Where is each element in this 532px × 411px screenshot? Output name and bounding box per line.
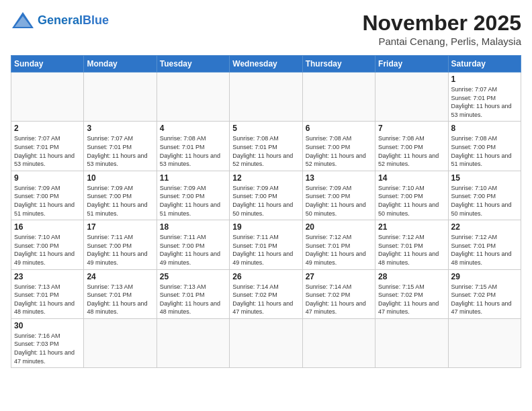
day-number: 16 [14, 222, 81, 232]
calendar-week-row: 16Sunrise: 7:10 AMSunset: 7:00 PMDayligh… [11, 220, 521, 269]
day-number: 8 [451, 124, 518, 133]
day-info: Sunrise: 7:12 AMSunset: 7:01 PMDaylight:… [378, 233, 445, 267]
table-row: 29Sunrise: 7:15 AMSunset: 7:02 PMDayligh… [448, 269, 521, 318]
table-row: 3Sunrise: 7:07 AMSunset: 7:01 PMDaylight… [84, 122, 157, 171]
day-info: Sunrise: 7:08 AMSunset: 7:01 PMDaylight:… [160, 134, 226, 168]
day-info: Sunrise: 7:16 AMSunset: 7:03 PMDaylight:… [14, 332, 81, 365]
table-row: 24Sunrise: 7:13 AMSunset: 7:01 PMDayligh… [84, 269, 157, 318]
calendar-week-row: 23Sunrise: 7:13 AMSunset: 7:01 PMDayligh… [11, 269, 521, 318]
table-row: 10Sunrise: 7:09 AMSunset: 7:00 PMDayligh… [84, 171, 157, 220]
table-row: 5Sunrise: 7:08 AMSunset: 7:01 PMDaylight… [230, 122, 302, 171]
day-number: 14 [378, 173, 445, 183]
day-number: 26 [232, 272, 299, 281]
table-row [230, 318, 302, 367]
day-number: 24 [87, 272, 153, 281]
day-info: Sunrise: 7:07 AMSunset: 7:01 PMDaylight:… [14, 134, 81, 168]
logo-text: GeneralBlue [38, 14, 109, 26]
table-row: 18Sunrise: 7:11 AMSunset: 7:00 PMDayligh… [157, 220, 229, 269]
table-row: 9Sunrise: 7:09 AMSunset: 7:00 PMDaylight… [11, 171, 84, 220]
day-number: 5 [232, 124, 299, 133]
table-row [84, 318, 157, 367]
day-info: Sunrise: 7:08 AMSunset: 7:01 PMDaylight:… [232, 134, 299, 168]
day-number: 7 [378, 124, 445, 133]
day-number: 17 [87, 222, 153, 232]
header-sunday: Sunday [11, 56, 84, 73]
calendar-week-row: 1Sunrise: 7:07 AMSunset: 7:01 PMDaylight… [11, 73, 521, 122]
day-number: 20 [306, 222, 372, 232]
day-number: 27 [306, 272, 372, 281]
day-info: Sunrise: 7:11 AMSunset: 7:00 PMDaylight:… [160, 233, 226, 267]
day-number: 2 [14, 124, 81, 133]
logo-general: General [38, 13, 83, 27]
calendar-week-row: 2Sunrise: 7:07 AMSunset: 7:01 PMDaylight… [11, 122, 521, 171]
table-row: 17Sunrise: 7:11 AMSunset: 7:00 PMDayligh… [84, 220, 157, 269]
day-number: 29 [451, 272, 518, 281]
table-row [302, 318, 375, 367]
table-row: 6Sunrise: 7:08 AMSunset: 7:00 PMDaylight… [302, 122, 375, 171]
location-title: Pantai Cenang, Perlis, Malaysia [362, 36, 521, 47]
day-info: Sunrise: 7:07 AMSunset: 7:01 PMDaylight:… [451, 85, 518, 119]
header-saturday: Saturday [448, 56, 521, 73]
table-row: 26Sunrise: 7:14 AMSunset: 7:02 PMDayligh… [230, 269, 302, 318]
header-thursday: Thursday [302, 56, 375, 73]
day-info: Sunrise: 7:12 AMSunset: 7:01 PMDaylight:… [451, 233, 518, 267]
table-row: 21Sunrise: 7:12 AMSunset: 7:01 PMDayligh… [375, 220, 448, 269]
day-info: Sunrise: 7:15 AMSunset: 7:02 PMDaylight:… [451, 283, 518, 316]
day-info: Sunrise: 7:08 AMSunset: 7:00 PMDaylight:… [451, 134, 518, 168]
day-number: 30 [14, 321, 81, 330]
day-info: Sunrise: 7:15 AMSunset: 7:02 PMDaylight:… [378, 283, 445, 316]
calendar-week-row: 9Sunrise: 7:09 AMSunset: 7:00 PMDaylight… [11, 171, 521, 220]
day-number: 1 [451, 75, 518, 84]
day-info: Sunrise: 7:11 AMSunset: 7:01 PMDaylight:… [232, 233, 299, 267]
table-row: 25Sunrise: 7:13 AMSunset: 7:01 PMDayligh… [157, 269, 229, 318]
day-info: Sunrise: 7:14 AMSunset: 7:02 PMDaylight:… [232, 283, 299, 316]
day-info: Sunrise: 7:13 AMSunset: 7:01 PMDaylight:… [160, 283, 226, 316]
table-row [84, 73, 157, 122]
day-number: 6 [306, 124, 372, 133]
day-number: 11 [160, 173, 226, 183]
header-friday: Friday [375, 56, 448, 73]
day-number: 12 [232, 173, 299, 183]
table-row: 16Sunrise: 7:10 AMSunset: 7:00 PMDayligh… [11, 220, 84, 269]
day-number: 3 [87, 124, 153, 133]
logo-blue: Blue [83, 13, 109, 27]
day-info: Sunrise: 7:09 AMSunset: 7:00 PMDaylight:… [14, 184, 81, 218]
day-number: 19 [232, 222, 299, 232]
table-row: 8Sunrise: 7:08 AMSunset: 7:00 PMDaylight… [448, 122, 521, 171]
table-row: 1Sunrise: 7:07 AMSunset: 7:01 PMDaylight… [448, 73, 521, 122]
day-info: Sunrise: 7:09 AMSunset: 7:00 PMDaylight:… [87, 184, 153, 218]
table-row: 28Sunrise: 7:15 AMSunset: 7:02 PMDayligh… [375, 269, 448, 318]
day-info: Sunrise: 7:09 AMSunset: 7:00 PMDaylight:… [306, 184, 372, 218]
day-info: Sunrise: 7:10 AMSunset: 7:00 PMDaylight:… [451, 184, 518, 218]
day-info: Sunrise: 7:09 AMSunset: 7:00 PMDaylight:… [232, 184, 299, 218]
calendar-week-row: 30Sunrise: 7:16 AMSunset: 7:03 PMDayligh… [11, 318, 521, 367]
table-row [157, 73, 229, 122]
table-row: 14Sunrise: 7:10 AMSunset: 7:00 PMDayligh… [375, 171, 448, 220]
day-info: Sunrise: 7:11 AMSunset: 7:00 PMDaylight:… [87, 233, 153, 267]
day-info: Sunrise: 7:14 AMSunset: 7:02 PMDaylight:… [306, 283, 372, 316]
header-wednesday: Wednesday [230, 56, 302, 73]
table-row: 4Sunrise: 7:08 AMSunset: 7:01 PMDaylight… [157, 122, 229, 171]
table-row [230, 73, 302, 122]
day-number: 25 [160, 272, 226, 281]
day-info: Sunrise: 7:10 AMSunset: 7:00 PMDaylight:… [14, 233, 81, 267]
day-info: Sunrise: 7:09 AMSunset: 7:00 PMDaylight:… [160, 184, 226, 218]
table-row: 13Sunrise: 7:09 AMSunset: 7:00 PMDayligh… [302, 171, 375, 220]
title-block: November 2025 Pantai Cenang, Perlis, Mal… [362, 11, 521, 47]
logo: GeneralBlue [11, 11, 109, 30]
day-info: Sunrise: 7:10 AMSunset: 7:00 PMDaylight:… [378, 184, 445, 218]
day-number: 18 [160, 222, 226, 232]
table-row [157, 318, 229, 367]
table-row: 30Sunrise: 7:16 AMSunset: 7:03 PMDayligh… [11, 318, 84, 367]
day-number: 23 [14, 272, 81, 281]
table-row: 12Sunrise: 7:09 AMSunset: 7:00 PMDayligh… [230, 171, 302, 220]
table-row: 23Sunrise: 7:13 AMSunset: 7:01 PMDayligh… [11, 269, 84, 318]
calendar-header-row: Sunday Monday Tuesday Wednesday Thursday… [11, 56, 521, 73]
table-row [448, 318, 521, 367]
table-row: 15Sunrise: 7:10 AMSunset: 7:00 PMDayligh… [448, 171, 521, 220]
day-info: Sunrise: 7:12 AMSunset: 7:01 PMDaylight:… [306, 233, 372, 267]
table-row: 11Sunrise: 7:09 AMSunset: 7:00 PMDayligh… [157, 171, 229, 220]
day-info: Sunrise: 7:08 AMSunset: 7:00 PMDaylight:… [378, 134, 445, 168]
table-row: 19Sunrise: 7:11 AMSunset: 7:01 PMDayligh… [230, 220, 302, 269]
day-number: 28 [378, 272, 445, 281]
